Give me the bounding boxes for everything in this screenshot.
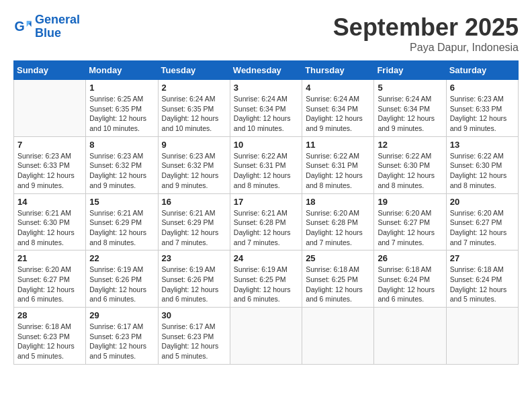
weekday-header-tuesday: Tuesday (158, 61, 230, 80)
day-number: 16 (162, 197, 226, 207)
calendar-cell: 25Sunrise: 6:18 AM Sunset: 6:25 PM Dayli… (302, 250, 374, 308)
calendar-cell: 9Sunrise: 6:23 AM Sunset: 6:32 PM Daylig… (158, 136, 230, 193)
day-info: Sunrise: 6:22 AM Sunset: 6:30 PM Dayligh… (378, 151, 442, 191)
day-number: 11 (306, 140, 370, 150)
weekday-header-monday: Monday (86, 61, 158, 80)
day-number: 15 (89, 197, 154, 207)
day-number: 8 (89, 140, 154, 150)
day-number: 19 (378, 197, 442, 207)
day-info: Sunrise: 6:18 AM Sunset: 6:24 PM Dayligh… (450, 265, 515, 304)
day-info: Sunrise: 6:18 AM Sunset: 6:25 PM Dayligh… (306, 265, 370, 304)
day-number: 28 (17, 310, 82, 320)
calendar-cell: 20Sunrise: 6:20 AM Sunset: 6:27 PM Dayli… (446, 193, 518, 250)
day-number: 25 (306, 253, 370, 263)
day-number: 21 (17, 253, 82, 263)
day-info: Sunrise: 6:20 AM Sunset: 6:27 PM Dayligh… (450, 208, 515, 248)
calendar-week-row: 7Sunrise: 6:23 AM Sunset: 6:33 PM Daylig… (14, 136, 519, 193)
calendar-cell (230, 308, 302, 365)
calendar-week-row: 21Sunrise: 6:20 AM Sunset: 6:27 PM Dayli… (14, 250, 519, 308)
calendar-week-row: 1Sunrise: 6:25 AM Sunset: 6:35 PM Daylig… (14, 80, 519, 137)
day-number: 7 (17, 140, 82, 150)
day-info: Sunrise: 6:21 AM Sunset: 6:29 PM Dayligh… (162, 208, 226, 248)
day-info: Sunrise: 6:22 AM Sunset: 6:30 PM Dayligh… (450, 151, 515, 191)
calendar-cell: 26Sunrise: 6:18 AM Sunset: 6:24 PM Dayli… (374, 250, 446, 308)
day-number: 4 (306, 83, 370, 93)
day-number: 17 (234, 197, 298, 207)
day-info: Sunrise: 6:24 AM Sunset: 6:34 PM Dayligh… (378, 94, 442, 134)
logo-icon: G (13, 17, 32, 36)
day-number: 27 (450, 253, 515, 263)
weekday-header-friday: Friday (374, 61, 446, 80)
day-info: Sunrise: 6:21 AM Sunset: 6:28 PM Dayligh… (234, 208, 298, 248)
day-number: 20 (450, 197, 515, 207)
weekday-header-thursday: Thursday (302, 61, 374, 80)
calendar-cell: 11Sunrise: 6:22 AM Sunset: 6:31 PM Dayli… (302, 136, 374, 193)
day-number: 5 (378, 83, 442, 93)
day-info: Sunrise: 6:17 AM Sunset: 6:23 PM Dayligh… (89, 322, 154, 361)
calendar-cell: 1Sunrise: 6:25 AM Sunset: 6:35 PM Daylig… (86, 80, 158, 137)
day-info: Sunrise: 6:21 AM Sunset: 6:29 PM Dayligh… (89, 208, 154, 248)
day-info: Sunrise: 6:24 AM Sunset: 6:34 PM Dayligh… (234, 94, 298, 134)
calendar-cell: 27Sunrise: 6:18 AM Sunset: 6:24 PM Dayli… (446, 250, 518, 308)
day-info: Sunrise: 6:22 AM Sunset: 6:31 PM Dayligh… (234, 151, 298, 191)
day-info: Sunrise: 6:21 AM Sunset: 6:30 PM Dayligh… (17, 208, 82, 248)
calendar-cell (446, 308, 518, 365)
calendar-cell: 19Sunrise: 6:20 AM Sunset: 6:27 PM Dayli… (374, 193, 446, 250)
weekday-header-row: SundayMondayTuesdayWednesdayThursdayFrid… (14, 61, 519, 80)
month-title: September 2025 (333, 13, 519, 42)
calendar-cell (302, 308, 374, 365)
calendar-cell: 17Sunrise: 6:21 AM Sunset: 6:28 PM Dayli… (230, 193, 302, 250)
day-info: Sunrise: 6:23 AM Sunset: 6:33 PM Dayligh… (450, 94, 515, 134)
calendar-cell (374, 308, 446, 365)
calendar-table: SundayMondayTuesdayWednesdayThursdayFrid… (13, 60, 519, 365)
day-number: 9 (162, 140, 226, 150)
day-info: Sunrise: 6:18 AM Sunset: 6:23 PM Dayligh… (17, 322, 82, 361)
calendar-cell: 21Sunrise: 6:20 AM Sunset: 6:27 PM Dayli… (14, 250, 86, 308)
day-info: Sunrise: 6:23 AM Sunset: 6:33 PM Dayligh… (17, 151, 82, 191)
svg-text:G: G (14, 18, 24, 33)
calendar-cell: 8Sunrise: 6:23 AM Sunset: 6:32 PM Daylig… (86, 136, 158, 193)
page-header: G General Blue September 2025 Paya Dapur… (13, 13, 519, 54)
calendar-cell: 12Sunrise: 6:22 AM Sunset: 6:30 PM Dayli… (374, 136, 446, 193)
calendar-cell: 16Sunrise: 6:21 AM Sunset: 6:29 PM Dayli… (158, 193, 230, 250)
day-number: 22 (89, 253, 154, 263)
calendar-cell: 22Sunrise: 6:19 AM Sunset: 6:26 PM Dayli… (86, 250, 158, 308)
day-number: 10 (234, 140, 298, 150)
calendar-cell: 23Sunrise: 6:19 AM Sunset: 6:26 PM Dayli… (158, 250, 230, 308)
calendar-cell: 3Sunrise: 6:24 AM Sunset: 6:34 PM Daylig… (230, 80, 302, 137)
calendar-cell: 28Sunrise: 6:18 AM Sunset: 6:23 PM Dayli… (14, 308, 86, 365)
calendar-cell: 4Sunrise: 6:24 AM Sunset: 6:34 PM Daylig… (302, 80, 374, 137)
day-number: 29 (89, 310, 154, 320)
day-info: Sunrise: 6:20 AM Sunset: 6:27 PM Dayligh… (378, 208, 442, 248)
day-info: Sunrise: 6:20 AM Sunset: 6:28 PM Dayligh… (306, 208, 370, 248)
day-number: 2 (162, 83, 226, 93)
calendar-cell: 10Sunrise: 6:22 AM Sunset: 6:31 PM Dayli… (230, 136, 302, 193)
weekday-header-saturday: Saturday (446, 61, 518, 80)
day-number: 3 (234, 83, 298, 93)
calendar-cell: 13Sunrise: 6:22 AM Sunset: 6:30 PM Dayli… (446, 136, 518, 193)
calendar-cell: 18Sunrise: 6:20 AM Sunset: 6:28 PM Dayli… (302, 193, 374, 250)
day-info: Sunrise: 6:22 AM Sunset: 6:31 PM Dayligh… (306, 151, 370, 191)
day-number: 1 (89, 83, 154, 93)
day-number: 13 (450, 140, 515, 150)
weekday-header-sunday: Sunday (14, 61, 86, 80)
day-number: 30 (162, 310, 226, 320)
calendar-cell: 2Sunrise: 6:24 AM Sunset: 6:35 PM Daylig… (158, 80, 230, 137)
day-number: 26 (378, 253, 442, 263)
calendar-week-row: 14Sunrise: 6:21 AM Sunset: 6:30 PM Dayli… (14, 193, 519, 250)
day-info: Sunrise: 6:19 AM Sunset: 6:26 PM Dayligh… (89, 265, 154, 304)
day-number: 6 (450, 83, 515, 93)
day-number: 23 (162, 253, 226, 263)
day-info: Sunrise: 6:24 AM Sunset: 6:35 PM Dayligh… (162, 94, 226, 134)
calendar-cell (14, 80, 86, 137)
calendar-cell: 14Sunrise: 6:21 AM Sunset: 6:30 PM Dayli… (14, 193, 86, 250)
calendar-cell: 24Sunrise: 6:19 AM Sunset: 6:25 PM Dayli… (230, 250, 302, 308)
calendar-cell: 5Sunrise: 6:24 AM Sunset: 6:34 PM Daylig… (374, 80, 446, 137)
logo-text: General Blue (35, 13, 80, 40)
day-number: 18 (306, 197, 370, 207)
day-info: Sunrise: 6:17 AM Sunset: 6:23 PM Dayligh… (162, 322, 226, 361)
day-info: Sunrise: 6:19 AM Sunset: 6:26 PM Dayligh… (162, 265, 226, 304)
calendar-cell: 30Sunrise: 6:17 AM Sunset: 6:23 PM Dayli… (158, 308, 230, 365)
title-block: September 2025 Paya Dapur, Indonesia (333, 13, 519, 54)
calendar-cell: 7Sunrise: 6:23 AM Sunset: 6:33 PM Daylig… (14, 136, 86, 193)
